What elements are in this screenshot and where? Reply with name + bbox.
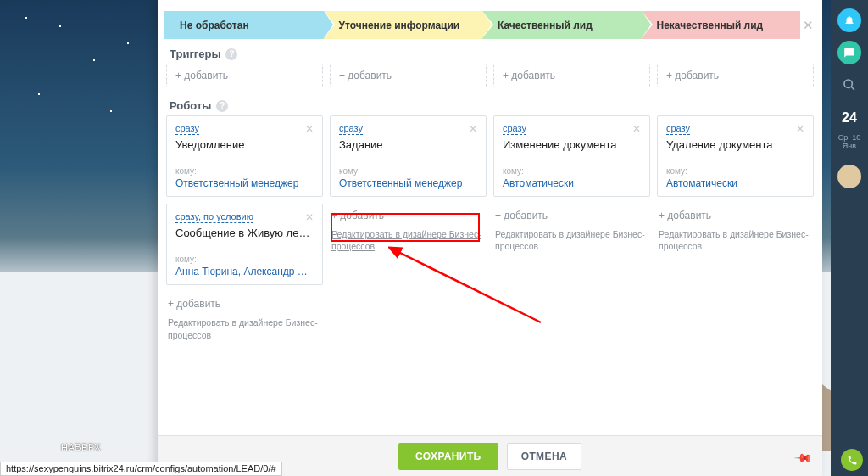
- card-title: Задание: [339, 138, 477, 151]
- help-icon[interactable]: ?: [225, 48, 237, 60]
- close-icon[interactable]: ✕: [800, 18, 815, 33]
- bell-icon[interactable]: [837, 8, 861, 32]
- card-assignee[interactable]: Автоматически: [666, 177, 804, 189]
- card-to-label: кому:: [666, 166, 804, 176]
- browser-status-bar: https://sexypenguins.bitrix24.ru/crm/con…: [0, 462, 282, 476]
- rail-date: Ср, 10 Янв: [831, 134, 868, 151]
- robot-column-4: сразу ✕ Удаление документа кому: Автомат…: [657, 115, 814, 343]
- edit-in-designer-link[interactable]: Редактировать в дизайнере Бизнес-процесс…: [657, 225, 814, 254]
- stage-low-quality[interactable]: Некачественный лид: [642, 11, 801, 39]
- chat-icon[interactable]: [837, 41, 861, 64]
- robot-card[interactable]: сразу ✕ Изменение документа кому: Автома…: [493, 115, 650, 197]
- stage-quality[interactable]: Качественный лид: [482, 11, 642, 39]
- edit-in-designer-link[interactable]: Редактировать в дизайнере Бизнес-процесс…: [330, 225, 487, 254]
- robot-card[interactable]: сразу, по условию ✕ Сообщение в Живую ле…: [166, 204, 323, 285]
- card-trigger-link[interactable]: сразу: [339, 123, 363, 135]
- card-trigger-link[interactable]: сразу: [503, 123, 526, 135]
- card-close-icon[interactable]: ✕: [300, 123, 314, 135]
- card-to-label: кому:: [175, 166, 314, 176]
- triggers-section: Триггеры ?: [158, 39, 822, 64]
- card-assignee[interactable]: Анна Тюрина, Александр Ра...: [175, 266, 314, 277]
- card-close-icon[interactable]: ✕: [627, 123, 641, 135]
- help-icon[interactable]: ?: [216, 100, 228, 112]
- card-trigger-link[interactable]: сразу, по условию: [175, 211, 253, 223]
- right-rail: 24 Ср, 10 Янв: [831, 0, 868, 476]
- add-trigger-button[interactable]: + добавить: [166, 64, 323, 87]
- card-title: Удаление документа: [666, 138, 804, 151]
- scroll-to-top[interactable]: НАВЕРХ: [61, 442, 101, 452]
- add-robot-button[interactable]: + добавить: [657, 204, 814, 225]
- rail-day-number[interactable]: 24: [842, 110, 857, 126]
- search-icon[interactable]: [837, 73, 861, 97]
- card-close-icon[interactable]: ✕: [464, 123, 477, 135]
- svg-line-1: [851, 87, 854, 90]
- stage-not-processed[interactable]: Не обработан: [164, 11, 324, 39]
- robot-card[interactable]: сразу ✕ Уведомление кому: Ответственный …: [166, 115, 323, 197]
- robots-title: Роботы: [170, 99, 211, 112]
- robot-card[interactable]: сразу ✕ Задание кому: Ответственный мене…: [330, 115, 487, 197]
- robot-card[interactable]: сразу ✕ Удаление документа кому: Автомат…: [657, 115, 814, 197]
- svg-point-0: [844, 80, 852, 87]
- automation-modal: ✕ Не обработан Уточнение информации Каче…: [158, 0, 822, 476]
- robot-column-2: сразу ✕ Задание кому: Ответственный мене…: [330, 115, 487, 343]
- card-to-label: кому:: [503, 166, 641, 176]
- triggers-title: Триггеры: [170, 48, 220, 60]
- card-close-icon[interactable]: ✕: [300, 211, 314, 223]
- robot-column-3: сразу ✕ Изменение документа кому: Автома…: [493, 115, 650, 343]
- phone-icon[interactable]: [841, 449, 863, 471]
- robot-column-1: сразу ✕ Уведомление кому: Ответственный …: [166, 115, 323, 343]
- add-robot-button[interactable]: + добавить: [166, 292, 323, 313]
- card-trigger-link[interactable]: сразу: [175, 123, 199, 135]
- card-title: Уведомление: [175, 138, 314, 151]
- card-trigger-link[interactable]: сразу: [666, 123, 690, 135]
- add-trigger-button[interactable]: + добавить: [657, 64, 814, 87]
- cancel-button[interactable]: ОТМЕНА: [507, 443, 581, 470]
- card-title: Изменение документа: [503, 138, 641, 151]
- stage-clarify[interactable]: Уточнение информации: [324, 11, 483, 39]
- stage-tabs: Не обработан Уточнение информации Качест…: [164, 11, 800, 39]
- add-robot-button[interactable]: + добавить: [493, 204, 650, 225]
- card-assignee[interactable]: Ответственный менеджер: [175, 177, 314, 189]
- pin-icon[interactable]: 📌: [793, 447, 813, 467]
- avatar[interactable]: [837, 165, 861, 188]
- edit-in-designer-link[interactable]: Редактировать в дизайнере Бизнес-процесс…: [166, 313, 323, 342]
- card-assignee[interactable]: Ответственный менеджер: [339, 177, 477, 189]
- card-title: Сообщение в Живую ленту: [175, 227, 314, 239]
- card-to-label: кому:: [339, 166, 477, 176]
- add-robot-button[interactable]: + добавить: [330, 204, 487, 225]
- add-trigger-button[interactable]: + добавить: [493, 64, 650, 87]
- card-close-icon[interactable]: ✕: [791, 123, 804, 135]
- save-button[interactable]: СОХРАНИТЬ: [398, 443, 498, 470]
- edit-in-designer-link[interactable]: Редактировать в дизайнере Бизнес-процесс…: [493, 225, 650, 254]
- add-trigger-button[interactable]: + добавить: [330, 64, 487, 87]
- card-to-label: кому:: [175, 255, 314, 264]
- card-assignee[interactable]: Автоматически: [503, 177, 641, 189]
- robots-section: Роботы ?: [158, 91, 822, 115]
